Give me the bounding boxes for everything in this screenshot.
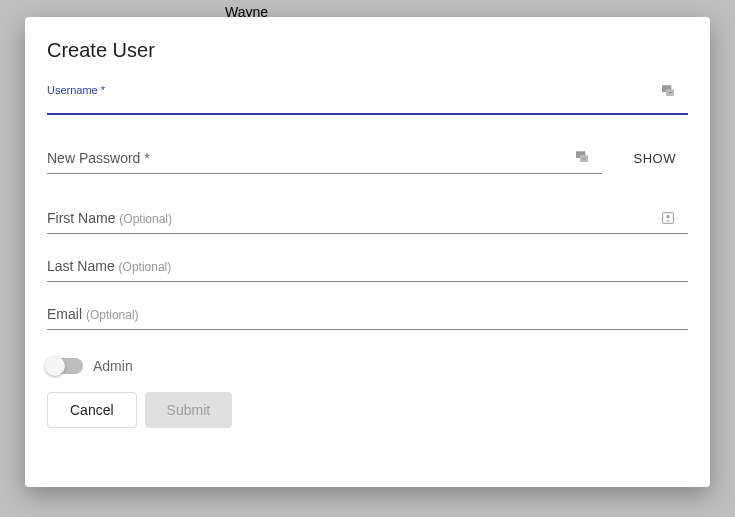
admin-toggle[interactable] [47,358,83,374]
email-field[interactable]: Email (Optional) [47,306,688,330]
toggle-knob [45,356,65,376]
last-name-field[interactable]: Last Name (Optional) [47,258,688,282]
submit-button[interactable]: Submit [145,392,233,428]
username-field[interactable]: Username * [47,84,688,115]
admin-toggle-label: Admin [93,358,133,374]
modal-title: Create User [47,39,688,62]
create-user-modal: Create User Username * New Password * SH… [25,17,710,487]
cancel-button[interactable]: Cancel [47,392,137,428]
password-field[interactable]: New Password * [47,150,602,174]
show-password-button[interactable]: SHOW [622,147,688,174]
first-name-field[interactable]: First Name (Optional) [47,210,688,234]
